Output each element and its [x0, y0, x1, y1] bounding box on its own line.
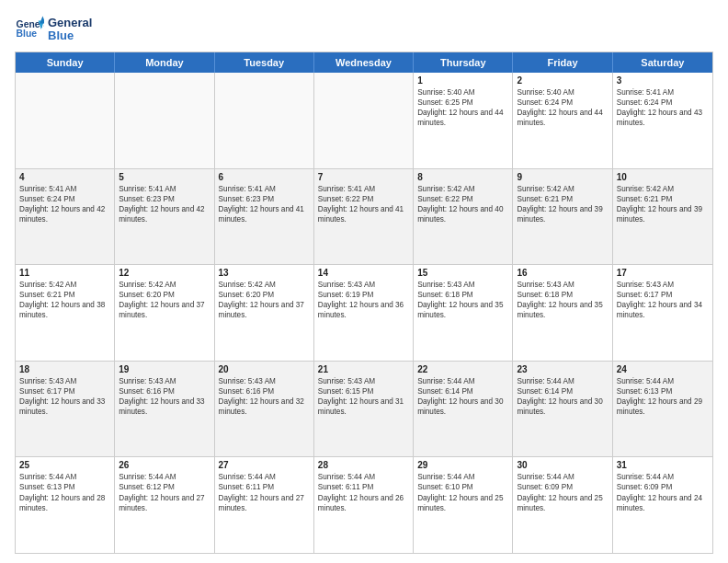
calendar-cell: 15Sunrise: 5:43 AM Sunset: 6:18 PM Dayli… — [414, 265, 513, 361]
day-info: Sunrise: 5:42 AM Sunset: 6:20 PM Dayligh… — [119, 280, 210, 320]
calendar-cell: 4Sunrise: 5:41 AM Sunset: 6:24 PM Daylig… — [16, 169, 115, 265]
day-info: Sunrise: 5:43 AM Sunset: 6:19 PM Dayligh… — [318, 280, 409, 320]
day-number: 9 — [517, 172, 608, 182]
calendar-cell: 21Sunrise: 5:43 AM Sunset: 6:15 PM Dayli… — [314, 362, 414, 457]
calendar-week-2: 4Sunrise: 5:41 AM Sunset: 6:24 PM Daylig… — [16, 169, 712, 266]
day-number: 17 — [617, 268, 709, 278]
day-info: Sunrise: 5:44 AM Sunset: 6:13 PM Dayligh… — [617, 376, 709, 417]
calendar-cell: 2Sunrise: 5:40 AM Sunset: 6:24 PM Daylig… — [513, 73, 612, 168]
calendar-cell: 14Sunrise: 5:43 AM Sunset: 6:19 PM Dayli… — [314, 265, 414, 361]
logo-subtext: Blue — [48, 29, 92, 42]
day-info: Sunrise: 5:44 AM Sunset: 6:14 PM Dayligh… — [517, 376, 608, 417]
day-number: 25 — [19, 460, 110, 470]
day-info: Sunrise: 5:43 AM Sunset: 6:17 PM Dayligh… — [617, 280, 709, 320]
calendar-cell: 8Sunrise: 5:42 AM Sunset: 6:22 PM Daylig… — [414, 169, 513, 265]
header-day-sunday: Sunday — [16, 52, 115, 73]
calendar-cell: 24Sunrise: 5:44 AM Sunset: 6:13 PM Dayli… — [613, 362, 712, 457]
header-day-monday: Monday — [115, 52, 214, 73]
day-info: Sunrise: 5:43 AM Sunset: 6:16 PM Dayligh… — [219, 376, 310, 417]
day-info: Sunrise: 5:41 AM Sunset: 6:23 PM Dayligh… — [219, 184, 310, 224]
header-day-thursday: Thursday — [414, 52, 513, 73]
day-info: Sunrise: 5:42 AM Sunset: 6:21 PM Dayligh… — [517, 184, 608, 224]
calendar-cell: 3Sunrise: 5:41 AM Sunset: 6:24 PM Daylig… — [613, 73, 712, 168]
day-number: 16 — [517, 268, 608, 278]
day-number: 3 — [617, 75, 709, 86]
calendar-cell: 5Sunrise: 5:41 AM Sunset: 6:23 PM Daylig… — [115, 169, 214, 265]
calendar-cell — [16, 73, 115, 168]
calendar-cell: 11Sunrise: 5:42 AM Sunset: 6:21 PM Dayli… — [16, 265, 115, 361]
calendar-cell: 22Sunrise: 5:44 AM Sunset: 6:14 PM Dayli… — [414, 362, 513, 457]
day-number: 12 — [119, 268, 210, 278]
day-number: 11 — [19, 268, 110, 278]
day-number: 8 — [417, 172, 508, 182]
day-info: Sunrise: 5:44 AM Sunset: 6:11 PM Dayligh… — [219, 472, 310, 512]
header-day-friday: Friday — [513, 52, 612, 73]
calendar-cell: 28Sunrise: 5:44 AM Sunset: 6:11 PM Dayli… — [314, 457, 414, 553]
day-info: Sunrise: 5:41 AM Sunset: 6:24 PM Dayligh… — [617, 87, 709, 128]
day-info: Sunrise: 5:42 AM Sunset: 6:21 PM Dayligh… — [19, 280, 110, 320]
day-info: Sunrise: 5:44 AM Sunset: 6:09 PM Dayligh… — [617, 472, 709, 512]
day-number: 28 — [318, 460, 409, 470]
day-number: 20 — [219, 364, 310, 374]
day-info: Sunrise: 5:41 AM Sunset: 6:22 PM Dayligh… — [318, 184, 409, 224]
calendar-cell — [314, 73, 414, 168]
day-number: 2 — [517, 75, 608, 86]
day-info: Sunrise: 5:41 AM Sunset: 6:24 PM Dayligh… — [19, 184, 110, 224]
day-info: Sunrise: 5:43 AM Sunset: 6:17 PM Dayligh… — [19, 376, 110, 417]
day-info: Sunrise: 5:43 AM Sunset: 6:18 PM Dayligh… — [417, 280, 508, 320]
day-info: Sunrise: 5:42 AM Sunset: 6:20 PM Dayligh… — [219, 280, 310, 320]
header-day-wednesday: Wednesday — [314, 52, 414, 73]
day-number: 30 — [517, 460, 608, 470]
day-info: Sunrise: 5:44 AM Sunset: 6:14 PM Dayligh… — [417, 376, 508, 417]
logo: General Blue General Blue — [15, 15, 92, 44]
day-number: 31 — [617, 460, 709, 470]
calendar-cell — [215, 73, 314, 168]
day-info: Sunrise: 5:41 AM Sunset: 6:23 PM Dayligh… — [119, 184, 210, 224]
calendar-cell: 13Sunrise: 5:42 AM Sunset: 6:20 PM Dayli… — [215, 265, 314, 361]
day-number: 23 — [517, 364, 608, 374]
day-number: 24 — [617, 364, 709, 374]
day-info: Sunrise: 5:44 AM Sunset: 6:11 PM Dayligh… — [318, 472, 409, 512]
calendar-cell: 19Sunrise: 5:43 AM Sunset: 6:16 PM Dayli… — [115, 362, 214, 457]
calendar-cell: 30Sunrise: 5:44 AM Sunset: 6:09 PM Dayli… — [513, 457, 612, 553]
day-info: Sunrise: 5:42 AM Sunset: 6:21 PM Dayligh… — [617, 184, 709, 224]
calendar-week-1: 1Sunrise: 5:40 AM Sunset: 6:25 PM Daylig… — [16, 73, 712, 169]
day-info: Sunrise: 5:43 AM Sunset: 6:15 PM Dayligh… — [318, 376, 409, 417]
day-info: Sunrise: 5:44 AM Sunset: 6:12 PM Dayligh… — [119, 472, 210, 512]
calendar: SundayMondayTuesdayWednesdayThursdayFrid… — [15, 52, 713, 554]
calendar-cell — [115, 73, 214, 168]
logo-text: General — [48, 17, 92, 29]
calendar-cell: 6Sunrise: 5:41 AM Sunset: 6:23 PM Daylig… — [215, 169, 314, 265]
day-number: 7 — [318, 172, 409, 182]
day-info: Sunrise: 5:44 AM Sunset: 6:09 PM Dayligh… — [517, 472, 608, 512]
day-number: 6 — [219, 172, 310, 182]
day-info: Sunrise: 5:44 AM Sunset: 6:10 PM Dayligh… — [417, 472, 508, 512]
calendar-header: SundayMondayTuesdayWednesdayThursdayFrid… — [16, 52, 712, 73]
day-info: Sunrise: 5:43 AM Sunset: 6:16 PM Dayligh… — [119, 376, 210, 417]
calendar-cell: 1Sunrise: 5:40 AM Sunset: 6:25 PM Daylig… — [414, 73, 513, 168]
day-info: Sunrise: 5:43 AM Sunset: 6:18 PM Dayligh… — [517, 280, 608, 320]
day-number: 13 — [219, 268, 310, 278]
calendar-cell: 27Sunrise: 5:44 AM Sunset: 6:11 PM Dayli… — [215, 457, 314, 553]
calendar-cell: 7Sunrise: 5:41 AM Sunset: 6:22 PM Daylig… — [314, 169, 414, 265]
day-number: 22 — [417, 364, 508, 374]
calendar-cell: 10Sunrise: 5:42 AM Sunset: 6:21 PM Dayli… — [613, 169, 712, 265]
page-header: General Blue General Blue — [15, 15, 713, 44]
calendar-cell: 12Sunrise: 5:42 AM Sunset: 6:20 PM Dayli… — [115, 265, 214, 361]
header-day-tuesday: Tuesday — [215, 52, 314, 73]
day-number: 15 — [417, 268, 508, 278]
day-number: 29 — [417, 460, 508, 470]
calendar-week-5: 25Sunrise: 5:44 AM Sunset: 6:13 PM Dayli… — [16, 457, 712, 553]
calendar-cell: 26Sunrise: 5:44 AM Sunset: 6:12 PM Dayli… — [115, 457, 214, 553]
day-number: 27 — [219, 460, 310, 470]
day-info: Sunrise: 5:40 AM Sunset: 6:24 PM Dayligh… — [517, 87, 608, 128]
logo-icon: General Blue — [15, 15, 44, 44]
calendar-cell: 17Sunrise: 5:43 AM Sunset: 6:17 PM Dayli… — [613, 265, 712, 361]
calendar-week-4: 18Sunrise: 5:43 AM Sunset: 6:17 PM Dayli… — [16, 362, 712, 458]
calendar-cell: 29Sunrise: 5:44 AM Sunset: 6:10 PM Dayli… — [414, 457, 513, 553]
calendar-cell: 25Sunrise: 5:44 AM Sunset: 6:13 PM Dayli… — [16, 457, 115, 553]
day-number: 5 — [119, 172, 210, 182]
calendar-cell: 23Sunrise: 5:44 AM Sunset: 6:14 PM Dayli… — [513, 362, 612, 457]
day-number: 10 — [617, 172, 709, 182]
day-number: 1 — [417, 75, 508, 86]
